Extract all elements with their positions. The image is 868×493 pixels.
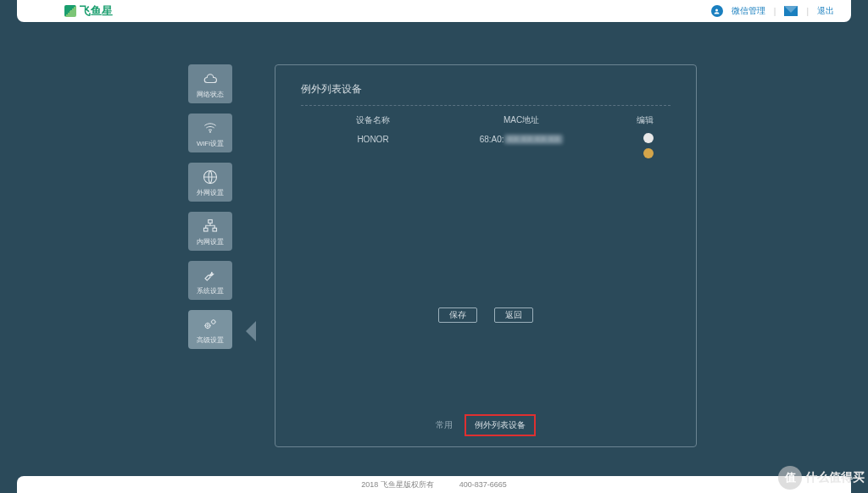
topbar-actions: 微信管理 | | 退出: [711, 5, 834, 17]
col-device-name: 设备名称: [309, 114, 437, 126]
logo-icon: [64, 5, 76, 17]
svg-point-7: [207, 324, 209, 326]
topbar: 飞鱼星 微信管理 | | 退出: [17, 0, 851, 22]
separator: |: [774, 7, 776, 16]
tab-exception-list[interactable]: 例外列表设备: [465, 414, 536, 436]
watermark-badge: 值: [778, 466, 802, 490]
svg-point-0: [715, 8, 718, 11]
footer: 2018 飞鱼星版权所有 400-837-6665: [17, 476, 851, 493]
save-button[interactable]: 保存: [438, 307, 477, 323]
sidebar-item-label: WiFi设置: [197, 139, 224, 148]
svg-rect-5: [213, 228, 217, 231]
user-icon[interactable]: [711, 5, 723, 17]
sidebar-item-label: 高级设置: [197, 335, 224, 345]
col-edit: 编辑: [606, 114, 662, 126]
sidebar: 网络状态 WiFi设置 外网设置 内网设置 系统设置: [188, 64, 232, 447]
col-mac-address: MAC地址: [437, 114, 606, 126]
sidebar-item-label: 网络状态: [197, 90, 224, 99]
action-buttons: 保存 返回: [301, 307, 670, 323]
content-panel: 例外列表设备 设备名称 MAC地址 编辑 HONOR 68:A0:XX:XX:X…: [275, 64, 697, 447]
panel-title: 例外列表设备: [301, 82, 670, 106]
wechat-mgmt-link[interactable]: 微信管理: [732, 5, 765, 17]
svg-point-8: [212, 319, 216, 324]
device-name: HONOR: [309, 135, 437, 144]
main-content: 网络状态 WiFi设置 外网设置 内网设置 系统设置: [0, 22, 868, 447]
back-button[interactable]: 返回: [494, 307, 533, 323]
globe-icon: [201, 168, 220, 186]
sidebar-item-label: 内网设置: [197, 237, 224, 246]
support-phone: 400-837-6665: [459, 480, 507, 489]
cloud-icon: [201, 69, 220, 88]
separator: |: [806, 7, 809, 16]
sidebar-item-advanced[interactable]: 高级设置: [188, 310, 232, 349]
table-row-add: [301, 147, 670, 162]
sidebar-item-label: 外网设置: [197, 188, 224, 197]
svg-rect-4: [204, 228, 209, 231]
copyright: 2018 飞鱼星版权所有: [361, 479, 434, 490]
table-header: 设备名称 MAC地址 编辑: [301, 114, 670, 131]
watermark-text: 什么值得买: [805, 470, 865, 485]
gears-icon: [201, 315, 220, 334]
svg-point-1: [209, 131, 210, 132]
sidebar-item-label: 系统设置: [197, 286, 224, 296]
remove-button[interactable]: [643, 133, 654, 143]
sidebar-item-network-status[interactable]: 网络状态: [188, 64, 232, 103]
svg-rect-3: [209, 219, 213, 223]
network-icon: [201, 217, 220, 235]
device-mac: 68:A0:XX:XX:XX:XX: [437, 135, 606, 144]
wifi-icon: [201, 119, 220, 137]
logout-link[interactable]: 退出: [817, 5, 834, 17]
wrench-icon: [201, 266, 220, 285]
sidebar-item-wan[interactable]: 外网设置: [188, 163, 232, 202]
edit-cell: [606, 133, 662, 145]
pointer-arrow: [236, 321, 256, 341]
watermark: 值 什么值得买: [778, 466, 865, 490]
add-button[interactable]: [643, 148, 654, 158]
table-row: HONOR 68:A0:XX:XX:XX:XX: [301, 131, 670, 147]
bottom-tabs: 常用 例外列表设备: [275, 414, 696, 436]
svg-point-6: [205, 323, 210, 328]
brand-logo: 飞鱼星: [64, 3, 113, 19]
brand-text: 飞鱼星: [80, 3, 113, 19]
sidebar-item-system[interactable]: 系统设置: [188, 261, 232, 300]
mail-icon[interactable]: [784, 6, 798, 16]
sidebar-item-lan[interactable]: 内网设置: [188, 212, 232, 251]
tab-common[interactable]: 常用: [436, 419, 453, 431]
sidebar-item-wifi[interactable]: WiFi设置: [188, 114, 232, 152]
